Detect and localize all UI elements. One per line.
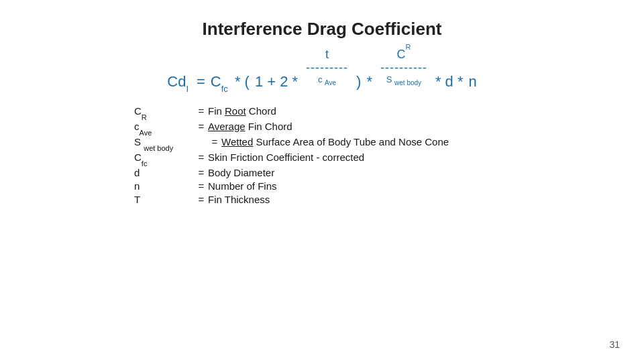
def-row-d: d = Body Diameter (134, 167, 644, 178)
def-equals-swet: = (208, 136, 221, 147)
def-equals-cr: = (195, 105, 208, 117)
formula-cfc: C (211, 73, 221, 90)
formula-cd: Cd (167, 73, 186, 90)
formula-cfc-sub: fc (221, 84, 228, 94)
formula-times1: * ( (235, 73, 250, 90)
fraction-denominator-cave: c Ave (318, 74, 336, 86)
formula-one: 1 + 2 * (255, 73, 298, 90)
def-text-cave: Average Fin Chord (208, 121, 292, 132)
def-row-cave: cAve = Average Fin Chord (134, 121, 644, 134)
page-number: 31 (609, 339, 620, 350)
formula-equals: = (197, 73, 205, 90)
def-text-d: Body Diameter (208, 167, 274, 178)
definitions-section: CR = Fin Root Chord cAve = Average Fin C… (134, 105, 644, 205)
def-equals-cave: = (195, 121, 208, 132)
def-symbol-cfc: Cfc (134, 152, 195, 165)
def-text-swet: Wetted Surface Area of Body Tube and Nos… (221, 136, 449, 147)
def-symbol-cr: CR (134, 105, 195, 119)
formula-container: Cd I = C fc * ( 1 + 2 * t --------- c Av… (0, 52, 644, 90)
def-row-t: T = Fin Thickness (134, 194, 644, 205)
fraction-numerator-t: t (325, 48, 329, 62)
fraction-line2: ---------- (380, 62, 427, 74)
def-text-cfc: Skin Friction Coefficient - corrected (208, 152, 364, 163)
def-symbol-n: n (134, 180, 195, 192)
def-symbol-d: d (134, 167, 195, 178)
formula-main: Cd I = C fc * ( 1 + 2 * t --------- c Av… (167, 52, 476, 90)
fraction-t-cave: t --------- c Ave (306, 48, 348, 86)
formula-times3: * (366, 73, 372, 90)
formula-n: n (468, 73, 476, 90)
def-symbol-t: T (134, 194, 195, 205)
def-equals-t: = (195, 194, 208, 205)
def-equals-cfc: = (195, 152, 208, 163)
formula-cd-sub: I (186, 84, 189, 94)
formula-paren-close: ) (356, 73, 361, 90)
page-title: Interference Drag Coefficient (0, 0, 644, 52)
def-text-t: Fin Thickness (208, 194, 270, 205)
fraction-numerator-cr: CR (396, 48, 411, 62)
def-equals-d: = (195, 167, 208, 178)
def-equals-n: = (195, 180, 208, 192)
def-text-cr: Fin Root Chord (208, 105, 276, 117)
def-row-cfc: Cfc = Skin Friction Coefficient - correc… (134, 152, 644, 165)
def-row-n: n = Number of Fins (134, 180, 644, 192)
fraction-cr-swet: CR ---------- S wet body (380, 48, 427, 86)
formula-times4: * d * (435, 73, 464, 90)
fraction-line: --------- (306, 62, 348, 74)
def-symbol-cave: cAve (134, 121, 195, 134)
def-text-n: Number of Fins (208, 180, 277, 192)
page: Interference Drag Coefficient Cd I = C f… (0, 0, 644, 362)
def-row-cr: CR = Fin Root Chord (134, 105, 644, 119)
def-symbol-swet: S wet body (134, 136, 208, 149)
fraction-denominator-swet: S wet body (386, 74, 421, 86)
def-row-swet: S wet body = Wetted Surface Area of Body… (134, 136, 644, 149)
